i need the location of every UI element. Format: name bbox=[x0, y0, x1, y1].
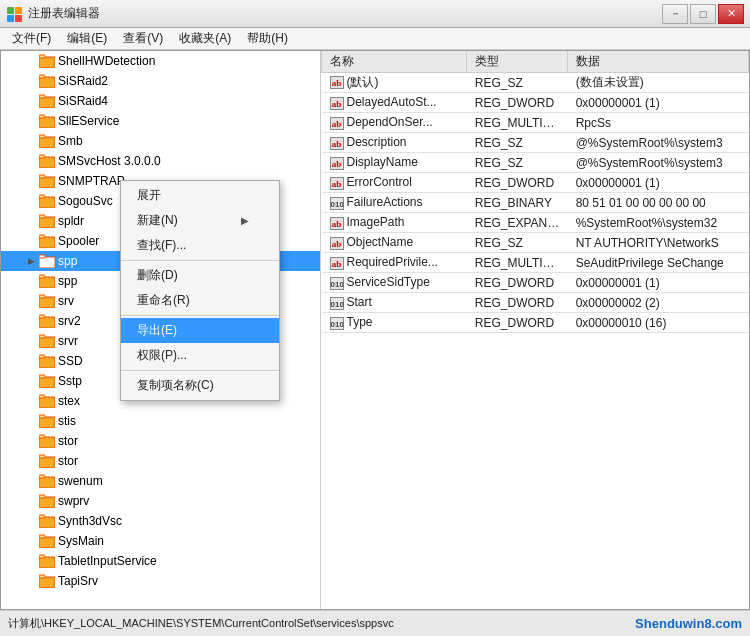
status-bar: 计算机\HKEY_LOCAL_MACHINE\SYSTEM\CurrentCon… bbox=[0, 610, 750, 636]
menu-view[interactable]: 查看(V) bbox=[115, 28, 171, 49]
reg-name-text: DisplayName bbox=[347, 155, 418, 169]
table-row[interactable]: 010ServiceSidTypeREG_DWORD0x00000001 (1) bbox=[322, 273, 749, 293]
table-row[interactable]: abDescriptionREG_SZ@%SystemRoot%\system3 bbox=[322, 133, 749, 153]
reg-name-cell: 010ServiceSidType bbox=[322, 273, 467, 293]
svg-rect-26 bbox=[39, 277, 55, 288]
table-row[interactable]: 010FailureActionsREG_BINARY80 51 01 00 0… bbox=[322, 193, 749, 213]
reg-type-cell: REG_DWORD bbox=[467, 273, 568, 293]
tree-item[interactable]: ShellHWDetection bbox=[1, 51, 320, 71]
main-content: ShellHWDetection SiSRaid2 SiSRaid4 SllES… bbox=[0, 50, 750, 610]
folder-icon bbox=[39, 74, 58, 89]
context-menu-item[interactable]: 展开 bbox=[121, 183, 279, 208]
reg-name-cell: abDisplayName bbox=[322, 153, 467, 173]
context-menu-item[interactable]: 权限(P)... bbox=[121, 343, 279, 368]
tree-item[interactable]: swprv bbox=[1, 491, 320, 511]
context-menu-divider bbox=[121, 315, 279, 316]
svg-rect-7 bbox=[39, 75, 45, 78]
tree-toggle-icon bbox=[23, 453, 39, 469]
table-row[interactable]: abErrorControlREG_DWORD0x00000001 (1) bbox=[322, 173, 749, 193]
reg-name-text: FailureActions bbox=[347, 195, 423, 209]
table-row[interactable]: 010TypeREG_DWORD0x00000010 (16) bbox=[322, 313, 749, 333]
tree-item[interactable]: TabletInputService bbox=[1, 551, 320, 571]
folder-icon bbox=[39, 154, 58, 169]
menu-help[interactable]: 帮助(H) bbox=[239, 28, 296, 49]
tree-label: srv bbox=[58, 294, 74, 308]
context-menu-item[interactable]: 新建(N)▶ bbox=[121, 208, 279, 233]
context-menu-item[interactable]: 重命名(R) bbox=[121, 288, 279, 313]
reg-name-text: ImagePath bbox=[347, 215, 405, 229]
reg-name-text: ErrorControl bbox=[347, 175, 412, 189]
tree-item[interactable]: Synth3dVsc bbox=[1, 511, 320, 531]
tree-item[interactable]: swenum bbox=[1, 471, 320, 491]
tree-item[interactable]: stor bbox=[1, 431, 320, 451]
table-row[interactable]: abDisplayNameREG_SZ@%SystemRoot%\system3 bbox=[322, 153, 749, 173]
context-menu-item-label: 复制项名称(C) bbox=[137, 377, 214, 394]
svg-rect-46 bbox=[39, 477, 55, 488]
svg-rect-9 bbox=[39, 95, 45, 98]
table-row[interactable]: abObjectNameREG_SZNT AUTHORITY\NetworkS bbox=[322, 233, 749, 253]
context-menu-item[interactable]: 删除(D) bbox=[121, 263, 279, 288]
table-row[interactable]: 010StartREG_DWORD0x00000002 (2) bbox=[322, 293, 749, 313]
menu-favorites[interactable]: 收藏夹(A) bbox=[171, 28, 239, 49]
tree-item[interactable]: stis bbox=[1, 411, 320, 431]
context-menu-arrow-icon: ▶ bbox=[241, 215, 249, 226]
reg-data-cell: @%SystemRoot%\system3 bbox=[568, 133, 749, 153]
reg-name-text: (默认) bbox=[347, 75, 379, 89]
menu-file[interactable]: 文件(F) bbox=[4, 28, 59, 49]
folder-icon bbox=[39, 394, 58, 409]
tree-item[interactable]: Smb bbox=[1, 131, 320, 151]
tree-label: stis bbox=[58, 414, 76, 428]
col-header-data: 数据 bbox=[568, 51, 749, 73]
reg-data-cell: 80 51 01 00 00 00 00 00 bbox=[568, 193, 749, 213]
tree-item[interactable]: stor bbox=[1, 451, 320, 471]
table-row[interactable]: abDependOnSer...REG_MULTI_SZRpcSs bbox=[322, 113, 749, 133]
context-menu-item[interactable]: 复制项名称(C) bbox=[121, 373, 279, 398]
app-icon bbox=[6, 6, 22, 22]
tree-item[interactable]: SiSRaid2 bbox=[1, 71, 320, 91]
table-row[interactable]: ab(默认)REG_SZ(数值未设置) bbox=[322, 73, 749, 93]
table-row[interactable]: abDelayedAutoSt...REG_DWORD0x00000001 (1… bbox=[322, 93, 749, 113]
folder-icon bbox=[39, 534, 58, 549]
close-button[interactable]: ✕ bbox=[718, 4, 744, 24]
svg-rect-5 bbox=[39, 55, 45, 58]
svg-rect-36 bbox=[39, 377, 55, 388]
folder-icon bbox=[39, 574, 58, 589]
status-path: 计算机\HKEY_LOCAL_MACHINE\SYSTEM\CurrentCon… bbox=[8, 616, 394, 631]
svg-rect-21 bbox=[39, 215, 45, 218]
menu-edit[interactable]: 编辑(E) bbox=[59, 28, 115, 49]
svg-rect-49 bbox=[39, 495, 45, 498]
tree-label: Sstp bbox=[58, 374, 82, 388]
tree-toggle-icon bbox=[23, 433, 39, 449]
context-menu: 展开新建(N)▶查找(F)...删除(D)重命名(R)导出(E)权限(P)...… bbox=[120, 180, 280, 401]
reg-data-cell: SeAuditPrivilege SeChange bbox=[568, 253, 749, 273]
tree-item[interactable]: SiSRaid4 bbox=[1, 91, 320, 111]
context-menu-item-label: 新建(N) bbox=[137, 212, 178, 229]
folder-icon bbox=[39, 54, 58, 69]
tree-item[interactable]: SllEService bbox=[1, 111, 320, 131]
svg-rect-25 bbox=[39, 255, 45, 258]
maximize-button[interactable]: □ bbox=[690, 4, 716, 24]
svg-rect-18 bbox=[39, 197, 55, 208]
svg-rect-40 bbox=[39, 417, 55, 428]
registry-table: 名称 类型 数据 ab(默认)REG_SZ(数值未设置)abDelayedAut… bbox=[321, 51, 749, 333]
minimize-button[interactable]: － bbox=[662, 4, 688, 24]
folder-icon bbox=[39, 494, 58, 509]
reg-name-text: ObjectName bbox=[347, 235, 414, 249]
tree-toggle-icon bbox=[23, 333, 39, 349]
tree-item[interactable]: SysMain bbox=[1, 531, 320, 551]
tree-item[interactable]: SMSvcHost 3.0.0.0 bbox=[1, 151, 320, 171]
tree-item[interactable]: TapiSrv bbox=[1, 571, 320, 591]
context-menu-item[interactable]: 查找(F)... bbox=[121, 233, 279, 258]
table-row[interactable]: abImagePathREG_EXPAND_SZ%SystemRoot%\sys… bbox=[322, 213, 749, 233]
context-menu-item[interactable]: 导出(E) bbox=[121, 318, 279, 343]
reg-name-text: ServiceSidType bbox=[347, 275, 430, 289]
folder-icon bbox=[39, 414, 58, 429]
table-row[interactable]: abRequiredPrivile...REG_MULTI_SZSeAuditP… bbox=[322, 253, 749, 273]
svg-rect-31 bbox=[39, 315, 45, 318]
tree-toggle-icon bbox=[23, 293, 39, 309]
svg-rect-30 bbox=[39, 317, 55, 328]
reg-type-cell: REG_BINARY bbox=[467, 193, 568, 213]
folder-icon bbox=[39, 174, 58, 189]
reg-data-cell: (数值未设置) bbox=[568, 73, 749, 93]
reg-type-cell: REG_DWORD bbox=[467, 93, 568, 113]
